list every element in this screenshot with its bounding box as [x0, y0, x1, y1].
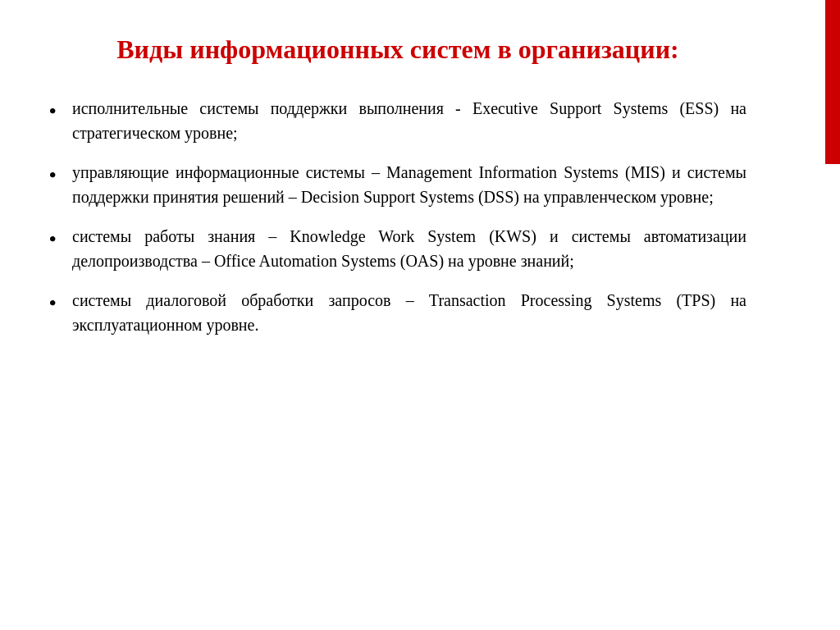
page-title: Виды информационных систем в организации… [49, 33, 746, 67]
list-item: системы работы знания – Knowledge Work S… [49, 224, 746, 273]
list-item: управляющие информационные системы – Man… [49, 160, 746, 209]
bullet-list: исполнительные системы поддержки выполне… [49, 96, 746, 337]
list-item: исполнительные системы поддержки выполне… [49, 96, 746, 145]
red-accent-decoration [825, 0, 840, 164]
page-content: Виды информационных систем в организации… [0, 0, 804, 385]
list-item: системы диалоговой обработки запросов – … [49, 288, 746, 337]
